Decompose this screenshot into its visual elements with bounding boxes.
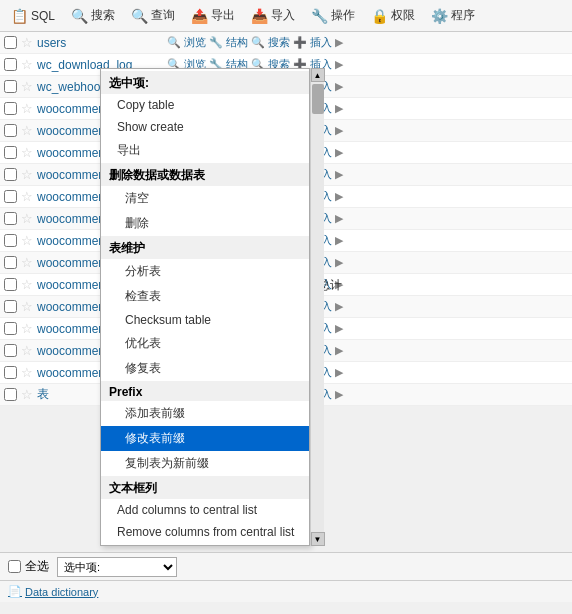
row-checkbox[interactable] [4, 256, 17, 269]
import-label: 导入 [271, 7, 295, 24]
more-icon: ▶ [335, 300, 343, 313]
privilege-icon: 🔒 [371, 8, 388, 24]
more-icon: ▶ [335, 322, 343, 335]
row-checkbox[interactable] [4, 234, 17, 247]
structure-icon: 🔧 [209, 36, 223, 49]
table-name: users [37, 36, 167, 50]
row-checkbox[interactable] [4, 190, 17, 203]
row-checkbox[interactable] [4, 80, 17, 93]
star-icon[interactable]: ☆ [21, 101, 33, 116]
browse-link[interactable]: 浏览 [184, 35, 206, 50]
query-button[interactable]: 🔍 查询 [124, 3, 182, 28]
context-menu-item[interactable]: 导出 [101, 138, 309, 163]
star-icon[interactable]: ☆ [21, 255, 33, 270]
more-icon: ▶ [335, 344, 343, 357]
row-checkbox[interactable] [4, 36, 17, 49]
context-menu-item[interactable]: 优化表 [101, 331, 309, 356]
context-menu-item[interactable]: 分析表 [101, 259, 309, 284]
context-menu-item[interactable]: Copy table [101, 94, 309, 116]
context-menu-items: 选中项:Copy tableShow create导出删除数据或数据表清空删除表… [101, 71, 309, 543]
context-menu-item[interactable]: 添加表前缀 [101, 401, 309, 426]
sql-button[interactable]: 📋 SQL [4, 4, 62, 28]
star-icon[interactable]: ☆ [21, 189, 33, 204]
data-dictionary-link[interactable]: 📄 Data dictionary [8, 585, 98, 598]
star-icon[interactable]: ☆ [21, 145, 33, 160]
context-menu: 选中项:Copy tableShow create导出删除数据或数据表清空删除表… [100, 68, 310, 546]
star-icon[interactable]: ☆ [21, 79, 33, 94]
operate-button[interactable]: 🔧 操作 [304, 3, 362, 28]
check-all-label[interactable]: 全选 [8, 558, 49, 575]
context-menu-section-header: 选中项: [101, 71, 309, 94]
row-checkbox[interactable] [4, 344, 17, 357]
row-checkbox[interactable] [4, 278, 17, 291]
import-button[interactable]: 📥 导入 [244, 3, 302, 28]
query-icon: 🔍 [131, 8, 148, 24]
star-icon[interactable]: ☆ [21, 167, 33, 182]
program-label: 程序 [451, 7, 475, 24]
context-menu-item[interactable]: 修改表前缀 [101, 426, 309, 451]
check-all-text: 全选 [25, 558, 49, 575]
check-all-checkbox[interactable] [8, 560, 21, 573]
export-button[interactable]: 📤 导出 [184, 3, 242, 28]
context-menu-item[interactable]: Add columns to central list [101, 499, 309, 521]
table-row: ☆ users 🔍浏览 🔧结构 🔍搜索 ➕插入 ▶ [0, 32, 572, 54]
more-icon: ▶ [335, 124, 343, 137]
context-menu-item[interactable]: 检查表 [101, 284, 309, 309]
star-icon[interactable]: ☆ [21, 343, 33, 358]
context-menu-item[interactable]: 清空 [101, 186, 309, 211]
scrollbar-thumb[interactable] [312, 84, 324, 114]
search-icon: 🔍 [71, 8, 88, 24]
star-icon[interactable]: ☆ [21, 57, 33, 72]
row-checkbox[interactable] [4, 388, 17, 401]
row-checkbox[interactable] [4, 102, 17, 115]
row-checkbox[interactable] [4, 124, 17, 137]
more-icon: ▶ [335, 366, 343, 379]
row-checkbox[interactable] [4, 58, 17, 71]
data-dictionary-icon: 📄 [8, 585, 22, 598]
action-select[interactable]: 选中项: [57, 557, 177, 577]
context-menu-item[interactable]: Checksum table [101, 309, 309, 331]
scrollbar-up[interactable]: ▲ [311, 68, 325, 82]
more-icon: ▶ [335, 256, 343, 269]
row-checkbox[interactable] [4, 300, 17, 313]
search-link[interactable]: 搜索 [268, 35, 290, 50]
context-menu-item[interactable]: Remove columns from central list [101, 521, 309, 543]
star-icon[interactable]: ☆ [21, 35, 33, 50]
context-menu-item[interactable]: 复制表为新前缀 [101, 451, 309, 476]
context-menu-item[interactable]: Show create [101, 116, 309, 138]
structure-link[interactable]: 结构 [226, 35, 248, 50]
more-icon: ▶ [335, 102, 343, 115]
search-button[interactable]: 🔍 搜索 [64, 3, 122, 28]
row-checkbox[interactable] [4, 146, 17, 159]
star-icon[interactable]: ☆ [21, 211, 33, 226]
star-icon[interactable]: ☆ [21, 299, 33, 314]
row-checkbox[interactable] [4, 168, 17, 181]
star-icon[interactable]: ☆ [21, 365, 33, 380]
star-icon[interactable]: ☆ [21, 233, 33, 248]
insert-icon: ➕ [293, 36, 307, 49]
more-icon: ▶ [335, 58, 343, 71]
footer: 📄 Data dictionary [0, 580, 572, 602]
search-label: 搜索 [91, 7, 115, 24]
star-icon[interactable]: ☆ [21, 123, 33, 138]
search-action-icon: 🔍 [251, 36, 265, 49]
star-icon[interactable]: ☆ [21, 277, 33, 292]
more-icon: ▶ [335, 190, 343, 203]
program-button[interactable]: ⚙️ 程序 [424, 3, 482, 28]
context-menu-section-header: 删除数据或数据表 [101, 163, 309, 186]
row-checkbox[interactable] [4, 366, 17, 379]
operate-label: 操作 [331, 7, 355, 24]
table-list-container: ☆ users 🔍浏览 🔧结构 🔍搜索 ➕插入 ▶ ☆ wc_download_… [0, 32, 572, 552]
privilege-button[interactable]: 🔒 权限 [364, 3, 422, 28]
star-icon[interactable]: ☆ [21, 387, 33, 402]
scrollbar-down[interactable]: ▼ [311, 532, 325, 546]
context-menu-item[interactable]: 修复表 [101, 356, 309, 381]
row-checkbox[interactable] [4, 322, 17, 335]
select-action: 选中项: [57, 557, 177, 577]
data-dictionary-label: Data dictionary [25, 586, 98, 598]
star-icon[interactable]: ☆ [21, 321, 33, 336]
insert-link[interactable]: 插入 [310, 35, 332, 50]
context-menu-item[interactable]: 删除 [101, 211, 309, 236]
context-menu-overlay: 选中项:Copy tableShow create导出删除数据或数据表清空删除表… [100, 68, 324, 546]
row-checkbox[interactable] [4, 212, 17, 225]
